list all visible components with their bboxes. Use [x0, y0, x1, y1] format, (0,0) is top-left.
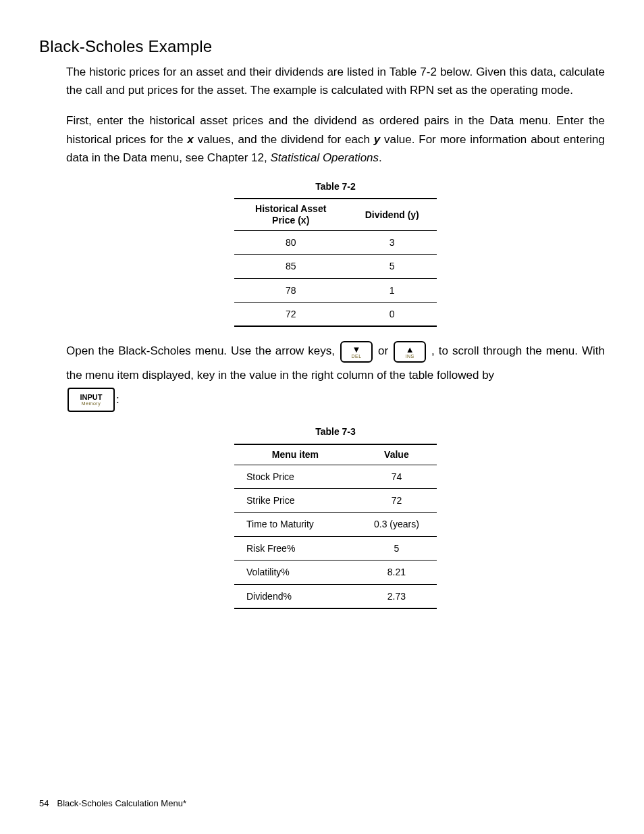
table-row: Strike Price72: [234, 488, 437, 512]
key-sub-ins: INS: [405, 354, 414, 359]
page-footer: 54 Black-Scholes Calculation Menu*: [39, 798, 186, 808]
input-key-icon: INPUT Memory: [68, 388, 115, 412]
cell: 2.73: [356, 584, 437, 608]
table-7-2-caption: Table 7-2: [315, 179, 356, 194]
key-main-input: INPUT: [80, 394, 103, 401]
cell: 78: [234, 278, 347, 302]
t72-h1: Historical Asset Price (x): [234, 199, 347, 230]
cell: 85: [234, 255, 347, 278]
table-7-2-wrap: Table 7-2 Historical Asset Price (x) Div…: [66, 179, 605, 328]
table-7-2: Historical Asset Price (x) Dividend (y) …: [234, 198, 437, 327]
table-row: 781: [234, 278, 437, 302]
cell: Risk Free%: [234, 536, 356, 560]
p3-b: or: [378, 344, 392, 357]
cell: Dividend%: [234, 584, 356, 608]
paragraph-1: The historic prices for an asset and the…: [66, 63, 605, 99]
table-7-3-caption: Table 7-3: [315, 424, 356, 439]
p2-b: values, and the dividend for each: [194, 133, 374, 146]
paragraph-3: Open the Black-Scholes menu. Use the arr…: [66, 339, 605, 412]
var-x: x: [187, 133, 193, 146]
cell: 1: [347, 278, 437, 302]
down-arrow-key-icon: ▼ DEL: [340, 341, 373, 363]
table-7-3-wrap: Table 7-3 Menu item Value Stock Price74 …: [66, 424, 605, 609]
cell: 0.3 (years): [356, 513, 437, 536]
chapter-ref: Statistical Operations: [270, 151, 379, 164]
paragraph-2: First, enter the historical asset prices…: [66, 111, 605, 167]
t73-h2: Value: [356, 444, 437, 465]
p3-d: :: [116, 393, 119, 406]
table-row: 855: [234, 255, 437, 278]
triangle-down-icon: ▼: [352, 346, 361, 353]
cell: Volatility%: [234, 561, 356, 584]
cell: 80: [234, 230, 347, 254]
cell: 5: [347, 255, 437, 278]
cell: 3: [347, 230, 437, 254]
cell: 74: [356, 465, 437, 488]
table-row: 803: [234, 230, 437, 254]
cell: 5: [356, 536, 437, 560]
var-y: y: [374, 133, 380, 146]
table-row: 720: [234, 303, 437, 327]
table-row: Stock Price74: [234, 465, 437, 488]
cell: Stock Price: [234, 465, 356, 488]
cell: 0: [347, 303, 437, 327]
page: Black-Scholes Example The historic price…: [0, 0, 644, 834]
cell: Time to Maturity: [234, 513, 356, 536]
t72-h1b: Price (x): [272, 215, 309, 226]
table-row: Risk Free%5: [234, 536, 437, 560]
page-number: 54: [39, 798, 49, 808]
p2-d: .: [379, 151, 382, 164]
key-sub-del: DEL: [351, 354, 361, 359]
t72-h1a: Historical Asset: [255, 203, 326, 214]
triangle-up-icon: ▲: [406, 346, 414, 353]
key-sub-memory: Memory: [82, 401, 101, 406]
table-row: Dividend%2.73: [234, 584, 437, 608]
cell: 72: [234, 303, 347, 327]
table-7-3: Menu item Value Stock Price74 Strike Pri…: [234, 444, 437, 609]
t72-h2: Dividend (y): [347, 199, 437, 230]
body: The historic prices for an asset and the…: [66, 63, 605, 609]
table-row: Volatility%8.21: [234, 561, 437, 584]
t73-h1: Menu item: [234, 444, 356, 465]
up-arrow-key-icon: ▲ INS: [394, 341, 426, 363]
cell: 72: [356, 488, 437, 512]
table-row: Time to Maturity0.3 (years): [234, 513, 437, 536]
section-heading: Black-Scholes Example: [39, 37, 605, 56]
footer-title: Black-Scholes Calculation Menu*: [57, 798, 186, 808]
cell: 8.21: [356, 561, 437, 584]
cell: Strike Price: [234, 488, 356, 512]
p3-a: Open the Black-Scholes menu. Use the arr…: [66, 344, 339, 357]
